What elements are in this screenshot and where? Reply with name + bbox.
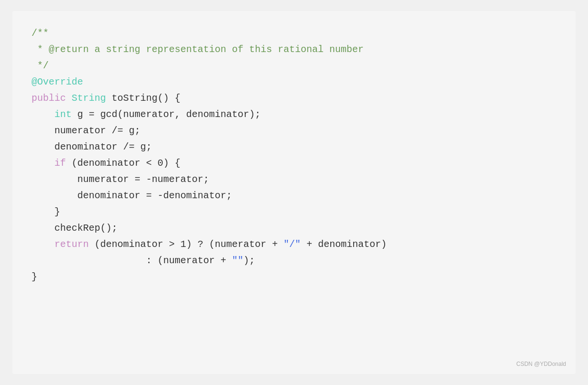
code-line: public String toString() {: [32, 90, 556, 107]
code-token: "/": [284, 239, 301, 250]
code-token: numerator = -numerator;: [32, 174, 209, 185]
code-token: */: [32, 60, 49, 71]
code-token: if: [54, 158, 66, 169]
watermark: CSDN @YDDonald: [516, 361, 566, 367]
code-line: /**: [32, 25, 556, 42]
code-line: }: [32, 204, 556, 220]
code-token: (denominator > 1) ? (numerator +: [89, 239, 284, 250]
code-token: numerator /= g;: [32, 125, 140, 136]
code-token: denominator = -denominator;: [32, 190, 232, 201]
code-token: : (numerator +: [32, 255, 232, 266]
code-line: checkRep();: [32, 220, 556, 236]
code-line: : (numerator + "");: [32, 253, 556, 269]
code-token: );: [243, 255, 255, 266]
code-token: int: [54, 109, 72, 120]
code-token: @Override: [32, 76, 83, 87]
code-token: [32, 239, 54, 250]
code-token: [32, 109, 54, 120]
code-token: toString() {: [106, 93, 180, 104]
code-line: }: [32, 269, 556, 285]
code-token: denominator /= g;: [32, 141, 152, 152]
code-token: [32, 158, 54, 169]
code-token: "": [232, 255, 243, 266]
code-token: return: [54, 239, 89, 250]
code-line: int g = gcd(numerator, denominator);: [32, 107, 556, 123]
code-line: numerator = -numerator;: [32, 171, 556, 188]
code-token: String: [72, 93, 106, 104]
code-line: denominator = -denominator;: [32, 188, 556, 204]
code-line: * @return a string representation of thi…: [32, 42, 556, 58]
code-line: denominator /= g;: [32, 139, 556, 155]
code-token: public: [32, 93, 72, 104]
code-token: checkRep();: [32, 223, 117, 234]
code-token: /**: [32, 28, 49, 39]
code-container: /** * @return a string representation of…: [12, 11, 576, 374]
code-token: }: [32, 271, 37, 282]
code-token: * @return a string representation of thi…: [32, 44, 364, 55]
code-token: }: [32, 206, 60, 217]
code-line: if (denominator < 0) {: [32, 155, 556, 171]
code-line: return (denominator > 1) ? (numerator + …: [32, 236, 556, 253]
code-line: */: [32, 58, 556, 74]
code-block: /** * @return a string representation of…: [32, 25, 556, 285]
code-token: + denominator): [301, 239, 387, 250]
code-token: (denominator < 0) {: [66, 158, 180, 169]
code-token: g = gcd(numerator, denominator);: [72, 109, 261, 120]
code-line: numerator /= g;: [32, 123, 556, 139]
code-line: @Override: [32, 74, 556, 90]
